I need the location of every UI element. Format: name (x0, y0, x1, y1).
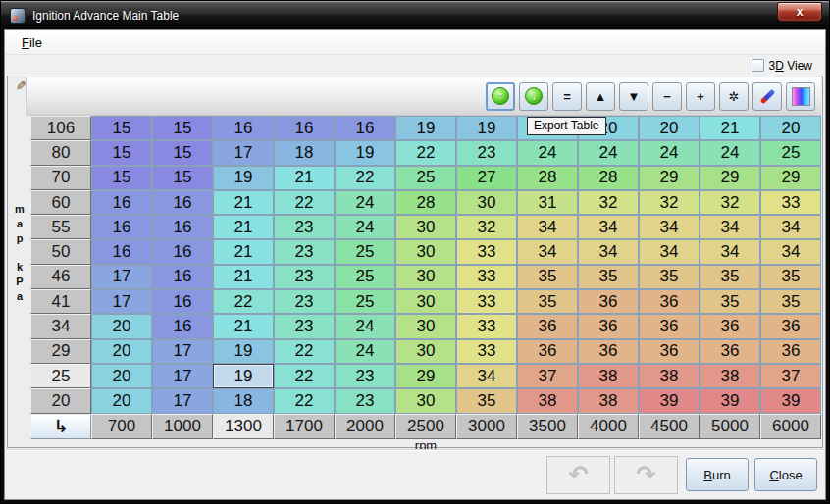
import-table-button[interactable]: ↑ (486, 82, 515, 111)
table-cell[interactable]: 15 (152, 116, 213, 140)
table-cell[interactable]: 21 (213, 314, 274, 338)
rpm-col-header[interactable]: 1000 (152, 414, 213, 439)
table-cell[interactable]: 38 (578, 364, 639, 388)
table-cell[interactable]: 17 (152, 364, 213, 388)
table-cell[interactable]: 38 (700, 364, 760, 388)
table-cell[interactable]: 21 (213, 215, 274, 239)
table-cell[interactable]: 34 (639, 239, 700, 264)
rpm-col-header[interactable]: 3500 (517, 414, 578, 439)
table-cell[interactable]: 25 (335, 289, 395, 314)
table-cell[interactable]: 34 (700, 239, 760, 264)
table-cell[interactable]: 36 (700, 314, 760, 338)
table-cell[interactable]: 30 (395, 339, 456, 364)
table-cell[interactable]: 39 (700, 388, 760, 413)
redo-button[interactable]: ↷ (614, 456, 678, 494)
table-cell[interactable]: 24 (700, 140, 760, 165)
table-cell[interactable]: 16 (152, 265, 213, 289)
table-cell[interactable]: 21 (213, 190, 274, 215)
table-cell[interactable]: 33 (760, 190, 821, 215)
table-cell[interactable]: 22 (395, 140, 456, 165)
table-cell[interactable]: 29 (395, 364, 456, 388)
table-cell[interactable]: 33 (456, 314, 517, 338)
table-cell[interactable]: 34 (700, 215, 760, 239)
rpm-col-header[interactable]: 4500 (639, 414, 700, 439)
export-table-button[interactable]: ↓ (519, 82, 548, 111)
edit-cell-button[interactable] (752, 82, 782, 111)
table-cell[interactable]: 20 (760, 116, 821, 140)
table-cell[interactable]: 19 (213, 339, 274, 364)
3d-view-checkbox[interactable] (752, 59, 764, 72)
table-cell[interactable]: 22 (274, 339, 335, 364)
table-cell[interactable]: 24 (578, 140, 639, 165)
table-cell[interactable]: 23 (274, 215, 335, 239)
table-cell[interactable]: 39 (760, 388, 821, 413)
table-cell[interactable]: 15 (91, 140, 152, 165)
table-cell[interactable]: 23 (335, 364, 395, 388)
table-cell[interactable]: 34 (639, 215, 700, 239)
map-row-header[interactable]: 41 (30, 289, 91, 314)
gradient-view-button[interactable] (786, 82, 815, 111)
table-cell[interactable]: 34 (578, 239, 639, 264)
table-cell[interactable]: 15 (152, 166, 213, 190)
close-window-button[interactable]: x (777, 2, 822, 22)
rpm-col-header[interactable]: 1700 (274, 414, 335, 439)
table-cell[interactable]: 35 (760, 289, 821, 314)
table-cell[interactable]: 36 (578, 339, 639, 364)
table-cell[interactable]: 35 (517, 289, 578, 314)
table-cell[interactable]: 29 (639, 166, 700, 190)
table-cell[interactable]: 24 (335, 339, 395, 364)
table-cell[interactable]: 23 (456, 140, 517, 165)
table-cell[interactable]: 17 (91, 265, 152, 289)
table-cell[interactable]: 28 (517, 166, 578, 190)
table-cell[interactable]: 15 (91, 116, 152, 140)
decrement-button[interactable]: ▼ (619, 82, 648, 111)
table-cell[interactable]: 25 (335, 265, 395, 289)
map-row-header[interactable]: 55 (30, 215, 91, 239)
table-cell[interactable]: 33 (456, 289, 517, 314)
table-cell[interactable]: 36 (639, 289, 700, 314)
table-cell[interactable]: 35 (456, 388, 517, 413)
table-cell[interactable]: 36 (578, 289, 639, 314)
table-cell[interactable]: 37 (517, 364, 578, 388)
table-cell[interactable]: 16 (274, 116, 335, 140)
rpm-col-header[interactable]: 2500 (395, 414, 456, 439)
table-cell[interactable]: 16 (91, 215, 152, 239)
table-cell[interactable]: 34 (760, 215, 821, 239)
rpm-col-header[interactable]: 3000 (456, 414, 517, 439)
table-cell[interactable]: 28 (395, 190, 456, 215)
table-cell[interactable]: 20 (91, 388, 152, 413)
table-cell[interactable]: 34 (517, 215, 578, 239)
table-cell[interactable]: 19 (395, 116, 456, 140)
table-cell[interactable]: 18 (213, 388, 274, 413)
table-cell[interactable]: 29 (700, 166, 760, 190)
plus-button[interactable]: + (686, 82, 715, 111)
table-cell[interactable]: 30 (395, 215, 456, 239)
table-cell[interactable]: 30 (395, 289, 456, 314)
table-cell[interactable]: 36 (639, 314, 700, 338)
table-cell[interactable]: 16 (152, 239, 213, 264)
table-cell[interactable]: 36 (578, 314, 639, 338)
table-cell[interactable]: 22 (213, 289, 274, 314)
rpm-col-header[interactable]: 6000 (760, 414, 821, 439)
rpm-col-header[interactable]: 2000 (335, 414, 395, 439)
map-row-header[interactable]: 29 (30, 339, 91, 364)
table-cell[interactable]: 16 (152, 289, 213, 314)
table-cell[interactable]: 19 (213, 364, 274, 388)
table-cell[interactable]: 32 (700, 190, 760, 215)
table-cell[interactable]: 25 (395, 166, 456, 190)
table-cell[interactable]: 23 (274, 239, 335, 264)
table-cell[interactable]: 23 (274, 265, 335, 289)
table-cell[interactable]: 30 (395, 239, 456, 264)
table-cell[interactable]: 17 (213, 140, 274, 165)
table-cell[interactable]: 37 (760, 364, 821, 388)
set-equal-button[interactable]: = (552, 82, 582, 111)
rpm-col-header[interactable]: 700 (91, 414, 152, 439)
table-cell[interactable]: 23 (274, 289, 335, 314)
rpm-col-header[interactable]: 5000 (700, 414, 760, 439)
table-cell[interactable]: 18 (274, 140, 335, 165)
table-cell[interactable]: 32 (639, 190, 700, 215)
table-cell[interactable]: 22 (274, 388, 335, 413)
table-cell[interactable]: 17 (91, 289, 152, 314)
table-cell[interactable]: 20 (639, 116, 700, 140)
table-cell[interactable]: 25 (335, 239, 395, 264)
